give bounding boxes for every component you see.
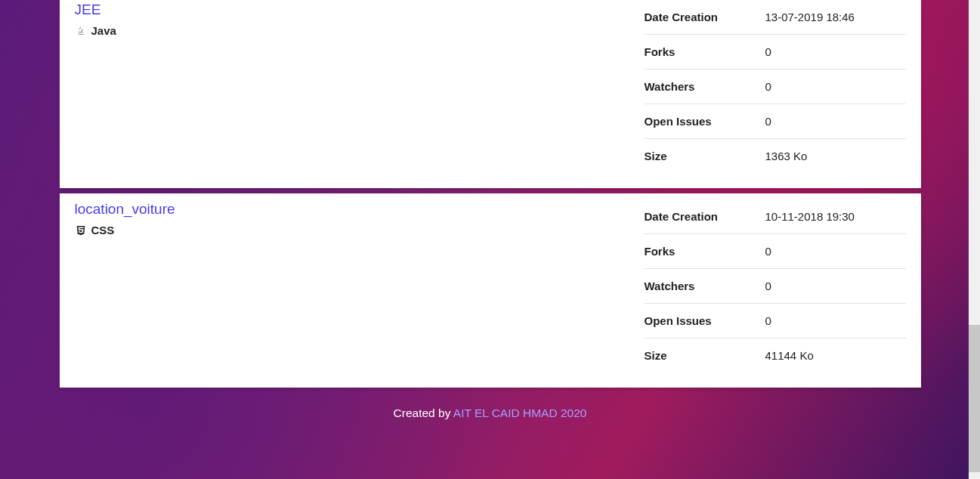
- stat-value: 41144 Ko: [765, 349, 814, 362]
- stat-row-watchers: Watchers 0: [645, 268, 906, 303]
- stat-label: Size: [645, 150, 765, 162]
- stat-label: Forks: [645, 245, 765, 258]
- stat-value: 10-11-2018 19:30: [765, 210, 855, 223]
- stat-label: Open Issues: [645, 314, 765, 327]
- language-row: Java: [75, 24, 645, 37]
- stat-row-date: Date Creation 13-07-2019 18:46: [645, 0, 906, 34]
- footer-author-link[interactable]: AIT EL CAID HMAD 2020: [453, 406, 587, 419]
- repo-stats-table: Date Creation 13-07-2019 18:46 Forks 0 W…: [645, 0, 906, 173]
- stat-label: Date Creation: [645, 11, 765, 23]
- repo-title-link[interactable]: JEE: [75, 2, 101, 18]
- repo-card: location_voiture CSS Date Creation 10-11…: [60, 193, 921, 388]
- stat-value: 0: [765, 45, 771, 58]
- repo-stats-table: Date Creation 10-11-2018 19:30 Forks 0 W…: [645, 199, 906, 372]
- repo-card: JEE Java Date Creation 13-07-2019 18:46 …: [60, 0, 921, 188]
- stat-row-forks: Forks 0: [645, 34, 906, 69]
- stat-row-forks: Forks 0: [645, 233, 906, 268]
- language-label: Java: [91, 24, 116, 37]
- stat-label: Watchers: [645, 280, 765, 292]
- stat-label: Size: [645, 349, 765, 362]
- stat-row-watchers: Watchers 0: [645, 69, 906, 104]
- stat-label: Open Issues: [645, 115, 765, 128]
- repo-title-link[interactable]: location_voiture: [75, 201, 175, 218]
- stat-value: 0: [765, 314, 771, 327]
- stat-row-issues: Open Issues 0: [645, 104, 906, 138]
- stat-value: 13-07-2019 18:46: [765, 11, 855, 23]
- stat-value: 0: [765, 115, 771, 128]
- stat-label: Forks: [645, 45, 765, 58]
- stat-value: 0: [765, 245, 771, 258]
- stat-value: 1363 Ko: [765, 150, 808, 162]
- repo-left-column: location_voiture CSS: [75, 199, 645, 372]
- stat-row-date: Date Creation 10-11-2018 19:30: [645, 199, 906, 233]
- stat-row-size: Size 1363 Ko: [645, 138, 906, 173]
- scrollbar-thumb[interactable]: [969, 325, 980, 472]
- language-row: CSS: [75, 224, 645, 236]
- java-icon: [75, 25, 87, 37]
- language-label: CSS: [91, 224, 115, 236]
- stat-value: 0: [765, 280, 771, 292]
- repo-left-column: JEE Java: [75, 0, 645, 173]
- stat-label: Watchers: [645, 80, 765, 93]
- stat-value: 0: [765, 80, 771, 93]
- css-icon: [75, 224, 87, 236]
- stat-row-issues: Open Issues 0: [645, 303, 906, 338]
- stat-label: Date Creation: [645, 210, 765, 223]
- stat-row-size: Size 41144 Ko: [645, 338, 906, 372]
- footer-prefix: Created by: [394, 406, 453, 419]
- main-content: JEE Java Date Creation 13-07-2019 18:46 …: [60, 0, 921, 441]
- footer: Created by AIT EL CAID HMAD 2020: [60, 393, 921, 441]
